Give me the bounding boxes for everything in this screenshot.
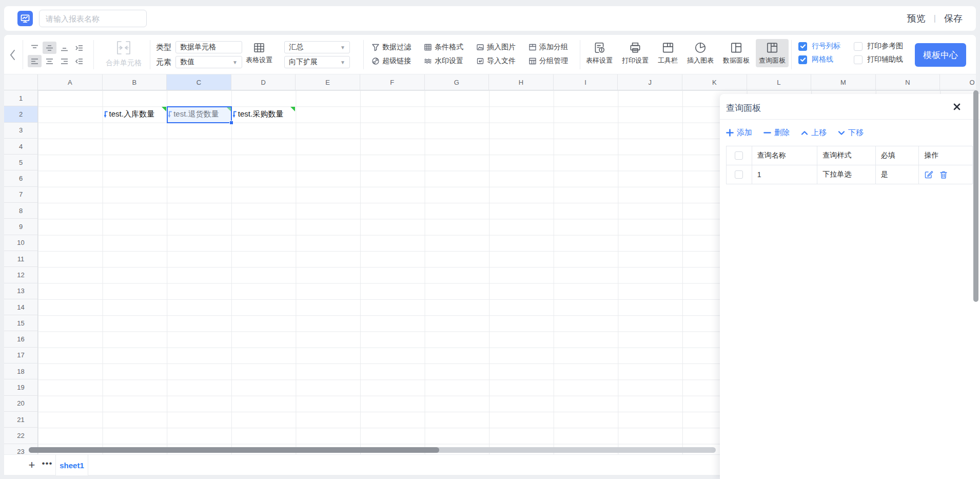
row-header-21[interactable]: 21 — [4, 412, 37, 428]
sheet-more-button[interactable]: ••• — [40, 456, 54, 471]
column-header-F[interactable]: F — [360, 74, 425, 90]
sheet-tab-sheet1[interactable]: sheet1 — [56, 455, 88, 475]
query-move-down-button[interactable]: 下移 — [838, 128, 864, 138]
row-header-2[interactable]: 2 — [4, 106, 37, 122]
column-header-J[interactable]: J — [618, 74, 682, 90]
grid-corner[interactable] — [4, 74, 38, 90]
query-delete-button[interactable]: 删除 — [763, 128, 790, 138]
horizontal-scrollbar-track[interactable] — [29, 447, 716, 453]
row-header-11[interactable]: 11 — [4, 251, 37, 267]
cell-green-flag-icon — [162, 107, 166, 111]
row-header-7[interactable]: 7 — [4, 187, 37, 203]
query-table: 查询名称查询样式必填操作 1下拉单选是 — [726, 146, 973, 184]
cell-selection-C2[interactable] — [167, 106, 232, 123]
column-header-D[interactable]: D — [231, 74, 296, 90]
query-col-header: 查询样式 — [817, 146, 876, 165]
printer-icon — [629, 41, 642, 54]
row-header-10[interactable]: 10 — [4, 235, 37, 251]
print-settings-button[interactable]: 打印设置 — [619, 39, 652, 67]
row-header-13[interactable]: 13 — [4, 283, 37, 299]
column-header-M[interactable]: M — [811, 74, 876, 90]
group-manage-button[interactable]: 分组管理 — [528, 54, 581, 68]
hyperlink-button[interactable]: 超级链接 — [371, 54, 424, 68]
summary-select[interactable]: 汇总▼ — [284, 41, 350, 53]
delete-icon[interactable] — [939, 170, 948, 179]
import-file-button[interactable]: 导入文件 — [476, 54, 528, 68]
row-header-17[interactable]: 17 — [4, 348, 37, 363]
data-filter-button[interactable]: 数据过滤 — [371, 41, 424, 54]
row-header-18[interactable]: 18 — [4, 363, 37, 379]
save-button[interactable]: 保存 — [944, 12, 963, 25]
toolbar-panel-button[interactable]: 工具栏 — [655, 39, 681, 67]
row-checkbox[interactable] — [735, 170, 743, 179]
row-header-14[interactable]: 14 — [4, 299, 37, 315]
row-header-20[interactable]: 20 — [4, 396, 37, 412]
merge-cells-button[interactable]: 合并单元格 — [101, 40, 147, 68]
watermark-button[interactable]: 水印设置 — [424, 54, 476, 68]
row-header-1[interactable]: 1 — [4, 90, 37, 106]
row-header-4[interactable]: 4 — [4, 139, 37, 155]
select-all-checkbox[interactable] — [735, 151, 743, 160]
row-header-9[interactable]: 9 — [4, 219, 37, 235]
edit-icon[interactable] — [924, 170, 933, 179]
column-header-N[interactable]: N — [876, 74, 940, 90]
type-select[interactable]: 数据单元格 — [175, 41, 242, 53]
column-header-K[interactable]: K — [682, 74, 747, 90]
horizontal-scrollbar-thumb[interactable] — [29, 447, 439, 453]
row-header-19[interactable]: 19 — [4, 379, 37, 395]
row-header-12[interactable]: 12 — [4, 267, 37, 283]
style-settings-button[interactable]: 表样设置 — [583, 39, 616, 67]
column-header-B[interactable]: B — [103, 74, 167, 90]
column-header-C[interactable]: C — [167, 74, 231, 90]
element-select[interactable]: 数值▼ — [175, 56, 242, 68]
row-header-15[interactable]: 15 — [4, 315, 37, 331]
fill-handle[interactable] — [229, 121, 233, 125]
add-group-button[interactable]: 添加分组 — [528, 41, 581, 54]
valign-middle-icon[interactable] — [43, 42, 56, 54]
column-header-E[interactable]: E — [296, 74, 360, 90]
collapse-toolbar-icon[interactable] — [9, 49, 16, 61]
data-panel-button[interactable]: 数据面板 — [720, 39, 753, 67]
template-center-button[interactable]: 模板中心 — [915, 43, 966, 67]
halign-right-icon[interactable] — [57, 55, 71, 67]
add-sheet-button[interactable]: + — [25, 458, 39, 472]
row-header-8[interactable]: 8 — [4, 203, 37, 219]
print-guides-checkbox[interactable]: 打印辅助线 — [854, 55, 903, 64]
row-header-5[interactable]: 5 — [4, 155, 37, 170]
gridlines-checkbox[interactable]: 网格线 — [798, 55, 840, 64]
cell-action-buttons: 数据过滤条件格式插入图片添加分组超级链接水印设置导入文件分组管理 — [371, 41, 581, 68]
column-header-O[interactable]: O — [940, 74, 976, 90]
column-header-H[interactable]: H — [489, 74, 554, 90]
vertical-scrollbar-thumb[interactable] — [973, 90, 978, 302]
row-header-6[interactable]: 6 — [4, 170, 37, 186]
conditional-format-button[interactable]: 条件格式 — [424, 41, 476, 54]
column-header-I[interactable]: I — [554, 74, 618, 90]
indent-icon[interactable] — [72, 42, 86, 54]
cell-D2[interactable]: test.采购数量 — [231, 106, 296, 122]
close-icon[interactable] — [952, 102, 962, 111]
valign-bottom-icon[interactable] — [57, 42, 71, 54]
expand-select[interactable]: 向下扩展▼ — [284, 56, 350, 68]
row-header-22[interactable]: 22 — [4, 428, 37, 444]
query-move-up-button[interactable]: 上移 — [801, 128, 827, 138]
row-header-3[interactable]: 3 — [4, 123, 37, 139]
cell-B2[interactable]: test.入库数量 — [103, 106, 167, 122]
element-label: 元素 — [156, 58, 171, 67]
insert-chart-button[interactable]: 插入图表 — [684, 39, 717, 67]
preview-button[interactable]: 预览 — [907, 12, 926, 25]
outdent-icon[interactable] — [72, 55, 86, 67]
halign-left-icon[interactable] — [28, 55, 42, 67]
report-name-input[interactable] — [39, 10, 147, 27]
query-add-button[interactable]: 添加 — [726, 128, 752, 138]
column-header-A[interactable]: A — [38, 74, 103, 90]
insert-image-button[interactable]: 插入图片 — [476, 41, 528, 54]
valign-top-icon[interactable] — [28, 42, 42, 54]
halign-center-icon[interactable] — [43, 55, 56, 67]
column-header-G[interactable]: G — [425, 74, 489, 90]
query-panel-button[interactable]: 查询面板 — [756, 39, 789, 67]
column-header-L[interactable]: L — [747, 74, 812, 90]
row-header-16[interactable]: 16 — [4, 331, 37, 347]
table-settings-button[interactable]: 表格设置 — [241, 40, 277, 67]
print-reference-checkbox[interactable]: 打印参考图 — [854, 42, 903, 51]
row-col-header-checkbox[interactable]: 行号列标 — [798, 42, 840, 51]
